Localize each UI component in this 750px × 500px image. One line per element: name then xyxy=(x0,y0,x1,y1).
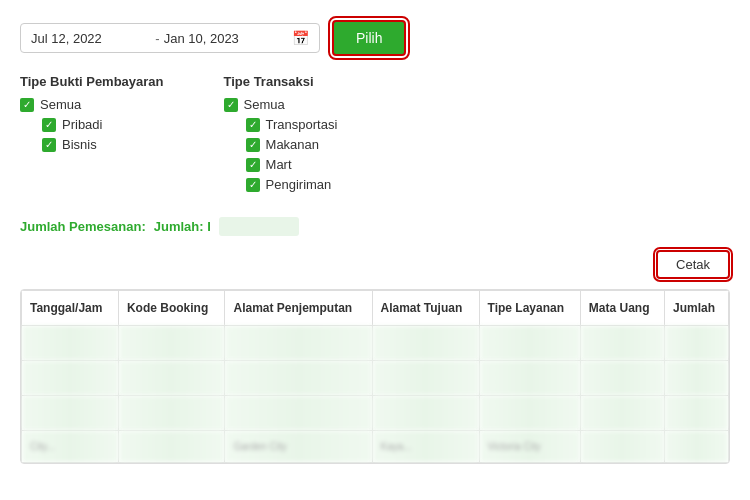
transaksi-pengiriman-label: Pengiriman xyxy=(266,177,332,192)
bukti-pribadi-label: Pribadi xyxy=(62,117,102,132)
bukti-bisnis-label: Bisnis xyxy=(62,137,97,152)
cell-tanggal xyxy=(22,326,119,361)
filters-section: Tipe Bukti Pembayaran Semua Pribadi Bisn… xyxy=(20,74,730,197)
start-date: Jul 12, 2022 xyxy=(31,31,151,46)
transaksi-transportasi-checkbox[interactable] xyxy=(246,118,260,132)
transaksi-makanan[interactable]: Makanan xyxy=(224,137,338,152)
jumlah-label: Jumlah: I xyxy=(154,219,211,234)
end-date: Jan 10, 2023 xyxy=(164,31,284,46)
cell-partial-4: Kaya... xyxy=(372,431,479,463)
transaksi-makanan-checkbox[interactable] xyxy=(246,138,260,152)
bukti-filter-title: Tipe Bukti Pembayaran xyxy=(20,74,164,89)
cell-alamat-jemput xyxy=(225,326,372,361)
date-filter-row: Jul 12, 2022 - Jan 10, 2023 📅 Pilih xyxy=(20,20,730,56)
cell-mata-uang xyxy=(580,326,664,361)
bukti-semua-checkbox[interactable] xyxy=(20,98,34,112)
cell-tanggal xyxy=(22,361,119,396)
table-row xyxy=(22,326,729,361)
date-range-input[interactable]: Jul 12, 2022 - Jan 10, 2023 📅 xyxy=(20,23,320,53)
cell-tipe xyxy=(479,326,580,361)
cetak-row: Cetak xyxy=(20,250,730,279)
bukti-semua[interactable]: Semua xyxy=(20,97,164,112)
bukti-bisnis-checkbox[interactable] xyxy=(42,138,56,152)
bukti-semua-label: Semua xyxy=(40,97,81,112)
transaksi-mart-checkbox[interactable] xyxy=(246,158,260,172)
cell-jumlah xyxy=(665,396,729,431)
bukti-filter-group: Tipe Bukti Pembayaran Semua Pribadi Bisn… xyxy=(20,74,164,197)
cell-alamat-jemput xyxy=(225,361,372,396)
data-table-wrapper: Tanggal/Jam Kode Booking Alamat Penjempu… xyxy=(20,289,730,464)
cell-tanggal xyxy=(22,396,119,431)
transaksi-semua-label: Semua xyxy=(244,97,285,112)
table-body: City... Garden City Kaya... Victoria Cit… xyxy=(22,326,729,463)
cell-alamat-tujuan xyxy=(372,396,479,431)
summary-section: Jumlah Pemesanan: Jumlah: I xyxy=(20,217,730,236)
cell-partial-1: City... xyxy=(22,431,119,463)
transaksi-transportasi[interactable]: Transportasi xyxy=(224,117,338,132)
cell-partial-3: Garden City xyxy=(225,431,372,463)
col-tanggal: Tanggal/Jam xyxy=(22,291,119,326)
transaksi-mart-label: Mart xyxy=(266,157,292,172)
table-row xyxy=(22,396,729,431)
col-mata-uang: Mata Uang xyxy=(580,291,664,326)
bukti-pribadi-checkbox[interactable] xyxy=(42,118,56,132)
cell-kode xyxy=(118,326,225,361)
table-header-row: Tanggal/Jam Kode Booking Alamat Penjempu… xyxy=(22,291,729,326)
cell-alamat-jemput xyxy=(225,396,372,431)
cell-kode xyxy=(118,361,225,396)
cell-alamat-tujuan xyxy=(372,326,479,361)
calendar-icon: 📅 xyxy=(292,30,309,46)
table-row xyxy=(22,361,729,396)
col-jumlah: Jumlah xyxy=(665,291,729,326)
transaksi-filter-group: Tipe Transaksi Semua Transportasi Makana… xyxy=(224,74,338,197)
bukti-bisnis[interactable]: Bisnis xyxy=(20,137,164,152)
jumlah-pemesanan-label: Jumlah Pemesanan: xyxy=(20,219,146,234)
table-row-partial: City... Garden City Kaya... Victoria Cit… xyxy=(22,431,729,463)
transaksi-pengiriman[interactable]: Pengiriman xyxy=(224,177,338,192)
jumlah-value xyxy=(219,217,299,236)
cell-mata-uang xyxy=(580,396,664,431)
cell-partial-6 xyxy=(580,431,664,463)
cell-jumlah xyxy=(665,361,729,396)
transaksi-makanan-label: Makanan xyxy=(266,137,319,152)
cell-partial-5: Victoria City xyxy=(479,431,580,463)
col-alamat-tujuan: Alamat Tujuan xyxy=(372,291,479,326)
cell-alamat-tujuan xyxy=(372,361,479,396)
pilih-button[interactable]: Pilih xyxy=(332,20,406,56)
bukti-pribadi[interactable]: Pribadi xyxy=(20,117,164,132)
cell-mata-uang xyxy=(580,361,664,396)
cell-tipe xyxy=(479,396,580,431)
col-kode: Kode Booking xyxy=(118,291,225,326)
cell-partial-7 xyxy=(665,431,729,463)
cetak-button[interactable]: Cetak xyxy=(656,250,730,279)
transaksi-mart[interactable]: Mart xyxy=(224,157,338,172)
cell-tipe xyxy=(479,361,580,396)
transaksi-filter-title: Tipe Transaksi xyxy=(224,74,338,89)
cell-jumlah xyxy=(665,326,729,361)
col-tipe: Tipe Layanan xyxy=(479,291,580,326)
transaksi-semua[interactable]: Semua xyxy=(224,97,338,112)
transaksi-pengiriman-checkbox[interactable] xyxy=(246,178,260,192)
col-alamat-jemput: Alamat Penjemputan xyxy=(225,291,372,326)
transaksi-transportasi-label: Transportasi xyxy=(266,117,338,132)
cell-kode xyxy=(118,396,225,431)
date-separator: - xyxy=(151,31,163,46)
cell-partial-2 xyxy=(118,431,225,463)
transaksi-semua-checkbox[interactable] xyxy=(224,98,238,112)
data-table: Tanggal/Jam Kode Booking Alamat Penjempu… xyxy=(21,290,729,463)
